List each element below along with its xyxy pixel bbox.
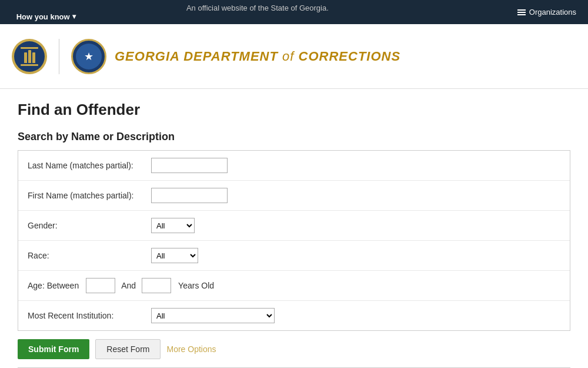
pillar-left [24, 52, 27, 63]
menu-icon [517, 9, 526, 15]
reset-form-button[interactable]: Reset Form [95, 339, 161, 359]
dept-of: of [282, 49, 294, 64]
top-bar: An official website of the State of Geor… [0, 0, 588, 24]
age-and-text: And [121, 281, 136, 290]
dept-corrections: CORRECTIONS [299, 49, 401, 64]
age-max-input[interactable] [142, 278, 171, 293]
georgia-seal-logo [12, 39, 47, 74]
more-options-link[interactable]: More Options [166, 344, 216, 354]
search-form-container: Last Name (matches partial): First Name … [18, 150, 570, 331]
gdc-logo: ★ [71, 39, 106, 74]
first-name-input[interactable] [151, 188, 228, 203]
institution-label: Most Recent Institution: [28, 311, 151, 320]
last-name-row: Last Name (matches partial): [18, 151, 570, 181]
header-logos: ★ GEORGIA DEPARTMENT of CORRECTIONS [12, 39, 400, 74]
official-text: An official website of the State of Geor… [12, 4, 503, 21]
gender-select[interactable]: All Male Female [151, 218, 195, 233]
chevron-down-icon: ▾ [72, 12, 76, 21]
first-name-row: First Name (matches partial): [18, 181, 570, 211]
submit-form-button[interactable]: Submit Form [18, 339, 89, 359]
logo-star-icon: ★ [84, 50, 93, 63]
institution-select[interactable]: All [151, 308, 275, 323]
gender-label: Gender: [28, 221, 151, 230]
logo-top [21, 47, 38, 49]
dept-name: GEORGIA DEPARTMENT [115, 49, 278, 64]
last-name-label: Last Name (matches partial): [28, 161, 151, 170]
how-you-know-button[interactable]: How you know ▾ [12, 12, 503, 21]
gender-row: Gender: All Male Female [18, 211, 570, 241]
age-suffix-text: Years Old [178, 281, 214, 290]
form-buttons-row: Submit Form Reset Form More Options [18, 339, 570, 359]
first-name-label: First Name (matches partial): [28, 191, 151, 200]
age-min-input[interactable] [86, 278, 115, 293]
search-section-title: Search by Name or Description [18, 131, 570, 143]
site-header: ★ GEORGIA DEPARTMENT of CORRECTIONS [0, 24, 588, 89]
age-row-inner: Age: Between And Years Old [28, 278, 214, 293]
age-row: Age: Between And Years Old [18, 271, 570, 301]
pillar-center [28, 50, 31, 63]
last-name-input[interactable] [151, 158, 228, 173]
department-title-link[interactable]: GEORGIA DEPARTMENT of CORRECTIONS [115, 49, 400, 64]
organizations-button[interactable]: Organizations [517, 8, 576, 16]
main-content: Find an Offender Search by Name or Descr… [0, 89, 588, 368]
race-row: Race: All White Black Hispanic Asian Oth… [18, 241, 570, 271]
pillar-right [32, 52, 35, 63]
institution-row: Most Recent Institution: All [18, 301, 570, 330]
logo-pillars [24, 50, 35, 63]
page-title: Find an Offender [18, 101, 570, 119]
race-select[interactable]: All White Black Hispanic Asian Other [151, 248, 198, 263]
race-label: Race: [28, 251, 151, 260]
logo-divider [59, 39, 59, 74]
age-label: Age: Between [28, 281, 79, 290]
logo-base [21, 64, 38, 66]
